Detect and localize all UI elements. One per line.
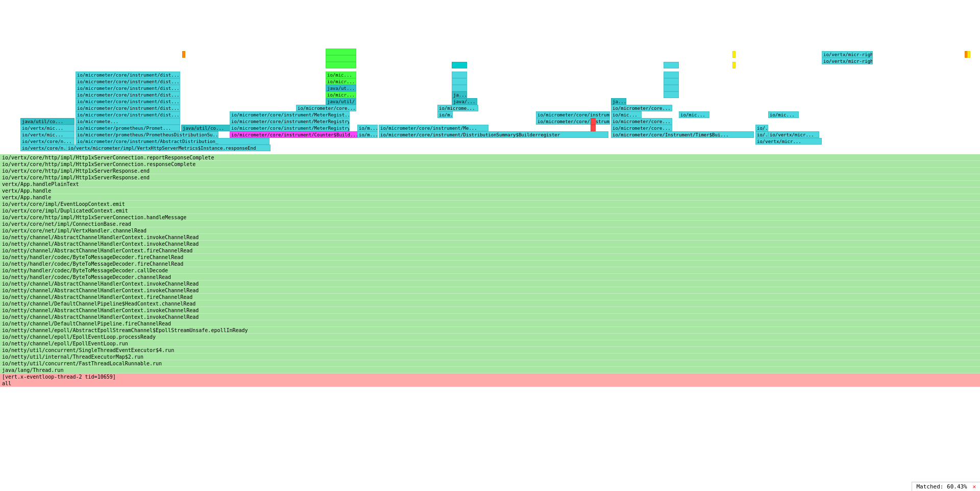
stack-row[interactable]: io/netty/channel/epoll/AbstractEpollStre…: [0, 327, 980, 334]
flame-bar-f20[interactable]: io/micrometer/core/instrument/MeterRegis…: [230, 118, 350, 125]
flame-bar-f36[interactable]: java/...: [452, 98, 477, 105]
stack-row[interactable]: io/netty/channel/AbstractChannelHandlerC…: [0, 307, 980, 314]
stack-row[interactable]: io/netty/channel/epoll/EpollEventLoop.pr…: [0, 334, 980, 340]
flame-bar-f3[interactable]: io/micrometer/core/instrument/dist...: [76, 85, 180, 91]
flame-bar-f19[interactable]: io/micrometer/core/instrument/MeterRegis…: [230, 111, 350, 118]
stack-row[interactable]: vertx/App.handle: [0, 188, 980, 194]
flame-bar-f14[interactable]: io/micrometer/core/instrument/AbstractDi…: [76, 138, 270, 145]
flame-bar-f31[interactable]: io/micrometer/core/instrument/Me...: [379, 125, 488, 131]
all-row[interactable]: all: [0, 380, 980, 387]
flame-bar-f54[interactable]: [732, 51, 736, 58]
stack-row[interactable]: vertx/App.handlePlainText: [0, 181, 980, 188]
stack-row[interactable]: io/netty/handler/codec/ByteToMessageDeco…: [0, 267, 980, 274]
flame-bar-f24[interactable]: io/micr...: [326, 78, 356, 85]
stack-row[interactable]: io/netty/util/internal/ThreadExecutorMap…: [0, 354, 980, 360]
flame-bar-f26[interactable]: io/micr...: [326, 91, 356, 98]
stack-row[interactable]: io/netty/util/concurrent/FastThreadLocal…: [0, 360, 980, 367]
flame-bar-f25[interactable]: java/ut...: [326, 85, 356, 91]
flame-bar-f51[interactable]: [591, 118, 596, 125]
flame-bar-f52[interactable]: [591, 125, 596, 131]
flame-bar-f23[interactable]: io/mic...: [326, 72, 356, 78]
stack-row[interactable]: io/vertx/core/net/impl/VertxHandler.chan…: [0, 227, 980, 234]
flame-bar-f50[interactable]: io/micrometer/core...: [611, 105, 672, 111]
flame-bar-f37[interactable]: io/microme...: [437, 105, 478, 111]
flame-bar-f9[interactable]: io/micromete...: [76, 118, 180, 125]
flame-bar-f62[interactable]: [664, 62, 679, 68]
flame-bar-f58[interactable]: [452, 62, 467, 68]
flame-bar-f71[interactable]: [967, 51, 970, 58]
flame-bar-f10[interactable]: io/micrometer/prometheus/Promet...: [76, 125, 180, 131]
flame-bar-f45[interactable]: io/vertx/micr...: [768, 131, 819, 138]
flame-bar-f27[interactable]: java/util/...: [326, 98, 356, 105]
flame-bar-f16[interactable]: io/vertx/core/n...: [20, 138, 75, 145]
stack-row[interactable]: vertx/App.handle: [0, 194, 980, 201]
flame-bar-f11[interactable]: java/util/co...: [181, 125, 232, 131]
stack-row[interactable]: io/netty/channel/DefaultChannelPipeline$…: [0, 300, 980, 307]
flame-bar-f34[interactable]: io/micrometer/core/instrument/Distributi…: [379, 131, 608, 138]
stack-row[interactable]: io/netty/channel/AbstractChannelHandlerC…: [0, 234, 980, 241]
stack-row[interactable]: io/netty/channel/AbstractChannelHandlerC…: [0, 241, 980, 247]
flame-bar-f38[interactable]: io/m...: [437, 111, 453, 118]
flame-bar-f28[interactable]: io/micrometer/core...: [296, 105, 356, 111]
flame-bar-f56[interactable]: [326, 55, 356, 62]
flame-bar-f49[interactable]: io/vertx/micr...: [755, 138, 822, 145]
flame-bar-f8[interactable]: java/util/co...: [20, 118, 75, 125]
flame-bar-f44[interactable]: io/...: [755, 131, 768, 138]
thread-row[interactable]: [vert.x-eventloop-thread-2 tid=10659]: [0, 373, 980, 380]
flame-bar-f40[interactable]: io/mic...: [611, 111, 642, 118]
flame-bar-f68[interactable]: io/vertx/micr-right: [822, 51, 873, 58]
flame-bar-f69[interactable]: io/vertx/micr-right2: [822, 58, 873, 64]
flame-bar-f47[interactable]: io/mic...: [679, 111, 709, 118]
stack-row[interactable]: io/netty/handler/codec/ByteToMessageDeco…: [0, 261, 980, 267]
flame-bar-f33[interactable]: io/micrometer/core/instrument/distributi…: [536, 118, 610, 125]
stack-row[interactable]: io/netty/util/concurrent/SingleThreadEve…: [0, 347, 980, 354]
flame-bar-f21[interactable]: io/micrometer/core/instrument/MeterRegis…: [230, 125, 350, 131]
flame-bar-f60[interactable]: [452, 78, 467, 85]
stack-row[interactable]: io/vertx/core/http/impl/Http1xServerResp…: [0, 168, 980, 174]
flame-bar-f48[interactable]: io/mic...: [768, 111, 799, 118]
flame-bar-f57[interactable]: [326, 62, 356, 68]
flame-bar-f1[interactable]: io/micrometer/core/instrument/dist...: [76, 72, 180, 78]
flame-bar-f41[interactable]: io/micrometer/core...: [611, 118, 672, 125]
flame-bar-f53[interactable]: [182, 51, 185, 58]
stack-row[interactable]: io/vertx/core/http/impl/Http1xServerConn…: [0, 214, 980, 221]
flame-bar-f4[interactable]: io/micrometer/core/instrument/dist...: [76, 91, 180, 98]
flame-bar-f39[interactable]: ja...: [611, 98, 626, 105]
stack-row[interactable]: io/vertx/core/http/impl/Http1xServerConn…: [0, 154, 980, 161]
flame-bar-f5[interactable]: io/micrometer/core/instrument/dist...: [76, 98, 180, 105]
flame-bar-f15[interactable]: io/vertx/mic...: [20, 131, 75, 138]
flame-bar-f43[interactable]: io/micrometer/core/Instrument/Timer$Bui.…: [611, 131, 754, 138]
stack-row[interactable]: io/netty/channel/AbstractChannelHandlerC…: [0, 247, 980, 254]
flame-bar-f30[interactable]: io/m...: [357, 131, 378, 138]
stack-row[interactable]: io/vertx/core/net/impl/ConnectionBase.re…: [0, 221, 980, 227]
stack-row[interactable]: io/vertx/core/http/impl/Http1xServerConn…: [0, 161, 980, 168]
flame-bar-f7[interactable]: io/micrometer/core/instrument/dist...: [76, 111, 180, 118]
flame-bar-f29[interactable]: io/m...: [357, 125, 378, 131]
stack-row[interactable]: io/netty/channel/AbstractChannelHandlerC…: [0, 280, 980, 287]
flame-bar-f13[interactable]: io/micrometer/prometheus/PrometheusDistr…: [76, 131, 218, 138]
flame-area[interactable]: io/micrometer/core/instrument/dist...io/…: [0, 0, 980, 154]
flame-bar-f2[interactable]: io/micrometer/core/instrument/dist...: [76, 78, 180, 85]
flame-bar-f32[interactable]: io/micrometer/core/instrument/distributi…: [536, 111, 610, 118]
flame-bar-f65[interactable]: [664, 85, 679, 91]
stack-row[interactable]: io/netty/channel/AbstractChannelHandlerC…: [0, 314, 980, 320]
close-button[interactable]: ✕: [972, 483, 976, 490]
flame-bar-f12[interactable]: io/vertx/mic...: [20, 125, 75, 131]
flame-bar-f61[interactable]: [452, 85, 467, 91]
flame-bar-f59[interactable]: [452, 72, 467, 78]
flame-bar-f67[interactable]: [732, 62, 736, 68]
stack-row[interactable]: io/netty/handler/codec/ByteToMessageDeco…: [0, 274, 980, 280]
flame-bar-responseend[interactable]: io/vertx/micrometer/impl/VertxHttpServer…: [66, 145, 271, 151]
flame-bar-f6[interactable]: io/micrometer/core/instrument/dist...: [76, 105, 180, 111]
flame-bar-f35[interactable]: ja...: [452, 91, 467, 98]
flame-bar-f46[interactable]: io/...: [755, 125, 768, 131]
stack-row[interactable]: java/lang/Thread.run: [0, 367, 980, 373]
flame-bar-f64[interactable]: [664, 78, 679, 85]
stack-row[interactable]: io/netty/handler/codec/ByteToMessageDeco…: [0, 254, 980, 261]
stack-row[interactable]: io/netty/channel/epoll/EpollEventLoop.ru…: [0, 340, 980, 347]
stack-row[interactable]: io/vertx/core/impl/DuplicatedContext.emi…: [0, 207, 980, 214]
flame-bar-f55[interactable]: [326, 49, 356, 55]
stack-row[interactable]: io/netty/channel/DefaultChannelPipeline.…: [0, 320, 980, 327]
stack-row[interactable]: io/netty/channel/AbstractChannelHandlerC…: [0, 287, 980, 294]
flame-bar-f22[interactable]: io/micrometer/core/instrument/Counter$Bu…: [230, 131, 368, 138]
